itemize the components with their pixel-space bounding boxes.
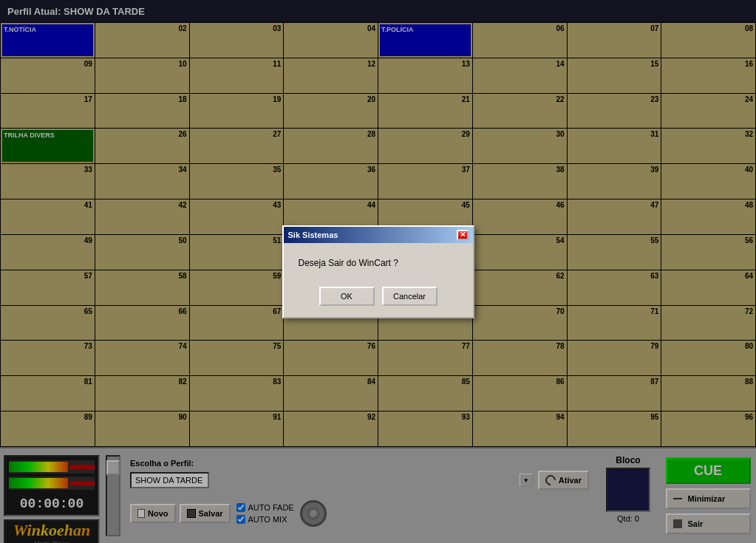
dialog-buttons: OK Cancelar [284, 279, 473, 317]
dialog-title: Sik Sistemas [288, 230, 338, 239]
dialog: Sik Sistemas ✕ Deseja Sair do WinCart ? … [282, 225, 474, 318]
dialog-cancel-button[interactable]: Cancelar [382, 287, 437, 306]
dialog-overlay: Sik Sistemas ✕ Deseja Sair do WinCart ? … [0, 0, 756, 543]
dialog-ok-button[interactable]: OK [319, 287, 375, 306]
dialog-body: Deseja Sair do WinCart ? [284, 243, 473, 279]
dialog-titlebar: Sik Sistemas ✕ [284, 227, 473, 243]
dialog-message: Deseja Sair do WinCart ? [299, 258, 398, 268]
dialog-close-button[interactable]: ✕ [457, 230, 469, 240]
